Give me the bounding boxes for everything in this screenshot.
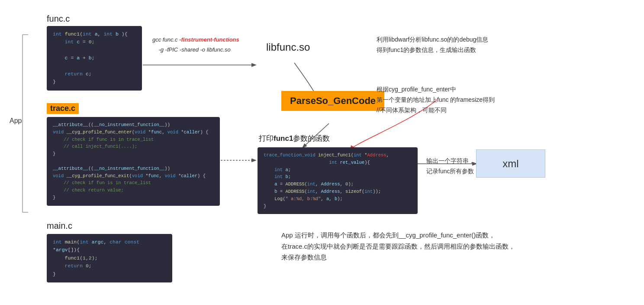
app-label: App (10, 117, 22, 125)
parseso-box: ParseSo_GenCode (281, 91, 384, 111)
inject-code: trace_function_void inject_func1(int *Ad… (258, 147, 418, 214)
desc-framesize: 根据cyg_profile_func_enter中 第一个变量的地址加上func… (377, 84, 495, 115)
main-c-code: int main(int argc, char const *argv[]){ … (47, 234, 172, 282)
print-func-label: 打印func1参数的函数 (259, 133, 330, 143)
trace-c-code: __attribute__((__no_instrument_function_… (47, 117, 220, 206)
main-c-label: main.c (47, 221, 72, 231)
page-container: App func.c int func1(int a, int b ){ int… (0, 0, 644, 305)
desc-app-runtime: App 运行时，调用每个函数后，都会先到__cyg_profile_func_e… (281, 230, 515, 263)
libfunc-so-label: libfunc.so (266, 41, 310, 53)
desc-libdwarf: 利用libdwarf分析libfunc.so的的debug信息 得到func1的… (377, 35, 488, 55)
desc-output: 输出一个字符串， 记录func所有参数 (426, 156, 475, 177)
func-c-code: int func1(int a, int b ){ int c = 0; c =… (47, 26, 142, 91)
gcc-command: gcc func.c -finstrument-functions -g -fP… (152, 35, 239, 55)
xml-box: xml (476, 149, 545, 178)
trace-c-label: trace.c (47, 103, 79, 114)
func-c-label: func.c (47, 14, 70, 24)
